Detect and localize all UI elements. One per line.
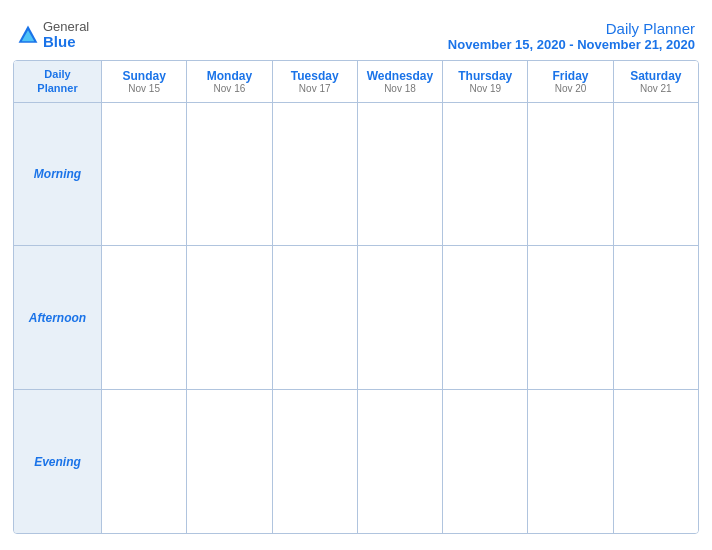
generalblue-logo-icon: [17, 24, 39, 46]
cell-afternoon-thursday[interactable]: [443, 246, 528, 389]
cell-evening-thursday[interactable]: [443, 390, 528, 533]
cell-evening-monday[interactable]: [187, 390, 272, 533]
cell-evening-saturday[interactable]: [614, 390, 698, 533]
day-name: Saturday: [630, 69, 681, 83]
cell-morning-wednesday[interactable]: [358, 103, 443, 246]
page: General Blue Daily Planner November 15, …: [11, 10, 701, 540]
time-cell-afternoon: Afternoon: [14, 246, 102, 389]
calendar-body: MorningAfternoonEvening: [14, 103, 698, 533]
calendar-row-evening: Evening: [14, 390, 698, 533]
cell-afternoon-wednesday[interactable]: [358, 246, 443, 389]
time-cell-evening: Evening: [14, 390, 102, 533]
time-label: Afternoon: [29, 311, 86, 325]
calendar-header-day-wednesday: Wednesday Nov 18: [358, 61, 443, 102]
day-date: Nov 18: [384, 83, 416, 94]
day-date: Nov 19: [469, 83, 501, 94]
planner-title: Daily Planner: [448, 20, 695, 37]
time-label: Evening: [34, 455, 81, 469]
cell-morning-sunday[interactable]: [102, 103, 187, 246]
cell-morning-saturday[interactable]: [614, 103, 698, 246]
calendar-header-day-thursday: Thursday Nov 19: [443, 61, 528, 102]
day-name: Wednesday: [367, 69, 433, 83]
calendar-header-label: Daily Planner: [37, 67, 77, 96]
calendar-header-row: Daily Planner Sunday Nov 15 Monday Nov 1…: [14, 61, 698, 103]
cell-afternoon-sunday[interactable]: [102, 246, 187, 389]
day-date: Nov 20: [555, 83, 587, 94]
header: General Blue Daily Planner November 15, …: [11, 10, 701, 60]
cell-morning-tuesday[interactable]: [273, 103, 358, 246]
calendar-header-day-monday: Monday Nov 16: [187, 61, 272, 102]
day-date: Nov 17: [299, 83, 331, 94]
cell-afternoon-saturday[interactable]: [614, 246, 698, 389]
time-label: Morning: [34, 167, 81, 181]
planner-date-range: November 15, 2020 - November 21, 2020: [448, 37, 695, 52]
calendar-header-day-friday: Friday Nov 20: [528, 61, 613, 102]
cell-evening-wednesday[interactable]: [358, 390, 443, 533]
cell-afternoon-monday[interactable]: [187, 246, 272, 389]
cell-afternoon-tuesday[interactable]: [273, 246, 358, 389]
day-date: Nov 21: [640, 83, 672, 94]
logo-blue: Blue: [43, 34, 89, 51]
cell-morning-friday[interactable]: [528, 103, 613, 246]
logo-text: General Blue: [43, 20, 89, 51]
calendar-row-afternoon: Afternoon: [14, 246, 698, 390]
calendar: Daily Planner Sunday Nov 15 Monday Nov 1…: [13, 60, 699, 534]
cell-evening-sunday[interactable]: [102, 390, 187, 533]
day-name: Friday: [553, 69, 589, 83]
day-name: Sunday: [122, 69, 165, 83]
calendar-row-morning: Morning: [14, 103, 698, 247]
cell-morning-thursday[interactable]: [443, 103, 528, 246]
header-right: Daily Planner November 15, 2020 - Novemb…: [448, 20, 695, 52]
logo-general: General: [43, 20, 89, 34]
logo: General Blue: [17, 20, 89, 51]
calendar-header-day-saturday: Saturday Nov 21: [614, 61, 698, 102]
day-name: Monday: [207, 69, 252, 83]
calendar-header-day-sunday: Sunday Nov 15: [102, 61, 187, 102]
day-name: Tuesday: [291, 69, 339, 83]
day-name: Thursday: [458, 69, 512, 83]
cell-afternoon-friday[interactable]: [528, 246, 613, 389]
cell-evening-friday[interactable]: [528, 390, 613, 533]
day-date: Nov 15: [128, 83, 160, 94]
calendar-header-first-col: Daily Planner: [14, 61, 102, 102]
day-date: Nov 16: [214, 83, 246, 94]
calendar-header-day-tuesday: Tuesday Nov 17: [273, 61, 358, 102]
cell-morning-monday[interactable]: [187, 103, 272, 246]
cell-evening-tuesday[interactable]: [273, 390, 358, 533]
time-cell-morning: Morning: [14, 103, 102, 246]
